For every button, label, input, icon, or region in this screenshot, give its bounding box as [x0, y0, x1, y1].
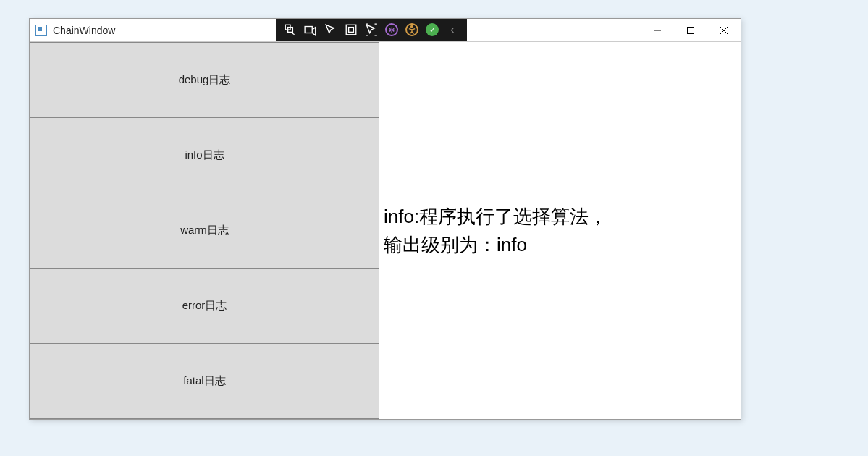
svg-rect-2: [305, 27, 312, 33]
app-window: ChainWindow: [29, 18, 741, 420]
output-panel: info:程序执行了选择算法， 输出级别为：info: [379, 42, 741, 419]
window-controls: [641, 19, 741, 42]
close-button[interactable]: [707, 19, 741, 42]
svg-rect-7: [688, 28, 694, 34]
minimize-button[interactable]: [641, 19, 674, 42]
svg-point-5: [411, 25, 413, 28]
check-icon[interactable]: ✓: [422, 20, 442, 40]
app-icon: [35, 25, 47, 36]
window-title: ChainWindow: [53, 25, 115, 36]
hot-reload-icon[interactable]: [361, 20, 382, 40]
svg-rect-4: [349, 28, 354, 33]
content-area: debug日志 info日志 warm日志 error日志 fatal日志 in…: [30, 42, 741, 419]
button-panel: debug日志 info日志 warm日志 error日志 fatal日志: [30, 42, 379, 419]
error-log-button[interactable]: error日志: [30, 269, 379, 344]
warm-log-button[interactable]: warm日志: [30, 193, 379, 269]
record-icon[interactable]: [300, 20, 321, 40]
tool-settings-icon[interactable]: ✻: [382, 20, 402, 40]
svg-rect-3: [346, 25, 356, 35]
info-log-button[interactable]: info日志: [30, 118, 379, 193]
debug-toolbar: ✻ ✓ ‹: [276, 19, 467, 41]
layout-adorners-icon[interactable]: [341, 20, 361, 40]
accessibility-icon[interactable]: [402, 20, 422, 40]
maximize-button[interactable]: [674, 19, 707, 42]
live-visual-tree-icon[interactable]: [280, 20, 300, 40]
debug-log-button[interactable]: debug日志: [30, 42, 379, 118]
output-text: info:程序执行了选择算法， 输出级别为：info: [384, 203, 607, 259]
fatal-log-button[interactable]: fatal日志: [30, 344, 379, 419]
titlebar: ChainWindow: [30, 19, 741, 42]
collapse-chevron-icon[interactable]: ‹: [442, 20, 463, 40]
select-element-icon[interactable]: [321, 20, 341, 40]
